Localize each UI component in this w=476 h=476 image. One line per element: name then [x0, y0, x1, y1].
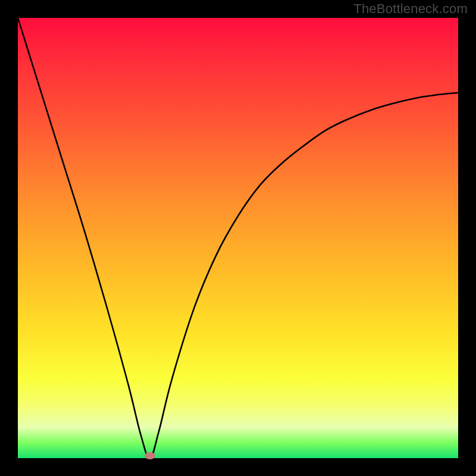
chart-frame: TheBottleneck.com — [0, 0, 476, 476]
watermark-text: TheBottleneck.com — [353, 1, 468, 17]
curve-svg — [18, 18, 458, 458]
plot-area — [18, 18, 458, 458]
minimum-marker — [145, 452, 155, 459]
bottleneck-curve-path — [18, 18, 458, 458]
